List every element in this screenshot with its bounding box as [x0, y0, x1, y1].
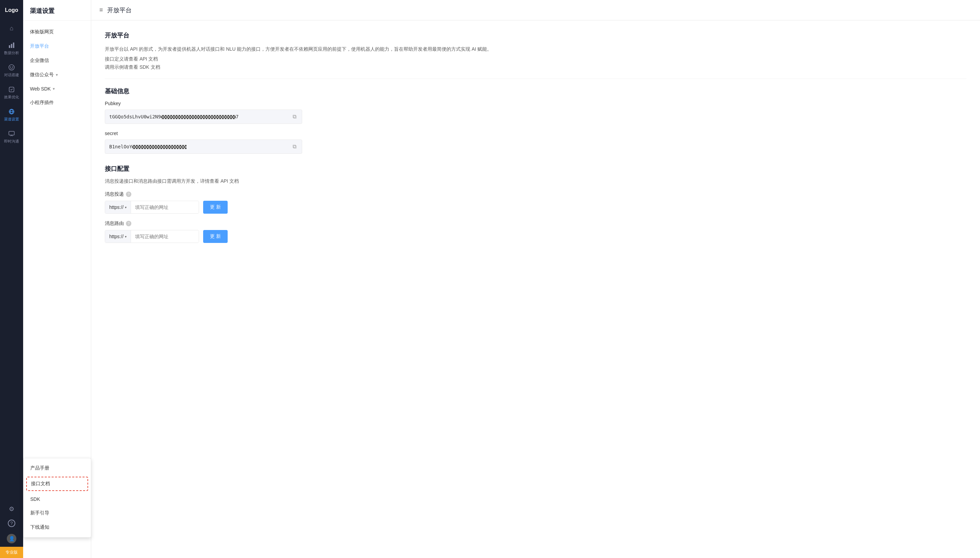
dropdown-item-guide[interactable]: 新手引导 [23, 506, 91, 520]
nav-item-settings[interactable]: ⚙ [0, 502, 23, 516]
svg-rect-1 [11, 44, 12, 48]
nav-label-optimize: 效果优化 [4, 95, 19, 100]
interface-section: 接口配置 消息投递接口和消息路由接口需调用方开发，详情查看 API 文档 消息投… [105, 165, 966, 243]
dropdown-item-api-docs-label: 接口文档 [31, 481, 50, 486]
dropdown-item-guide-label: 新手引导 [30, 510, 49, 515]
pubkey-text: tGGQo5dsLhvU0wi2N9 [109, 114, 161, 120]
message-delivery-input[interactable] [131, 201, 199, 213]
api-doc-link-text: 接口定义请查看 API 文档 [105, 56, 966, 62]
pro-badge[interactable]: 专业版 [0, 547, 23, 558]
sidebar-item-web-sdk-label: Web SDK [30, 86, 51, 92]
dropdown-item-offline-label: 下线通知 [30, 524, 49, 530]
dropdown-item-api-docs[interactable]: 接口文档 [26, 477, 88, 491]
copy-pubkey-button[interactable]: ⧉ [291, 112, 298, 121]
main-area: ≡ 开放平台 开放平台 开放平台以 API 的形式，为开发者提供机器人对话接口和… [91, 0, 980, 558]
analytics-icon [8, 41, 15, 49]
page-title: 开放平台 [107, 6, 132, 14]
user-avatar: 👤 [7, 534, 16, 543]
pubkey-mask [161, 115, 236, 119]
message-delivery-input-group: https:// ▾ [105, 201, 199, 214]
interface-title: 接口配置 [105, 165, 966, 173]
main-header: ≡ 开放平台 [91, 0, 980, 20]
platform-description: 开放平台以 API 的形式，为开发者提供机器人对话接口和 NLU 能力的接口，方… [105, 45, 966, 53]
sidebar-item-wechat-work-label: 企业微信 [30, 57, 49, 64]
dropdown-item-sdk[interactable]: SDK [23, 492, 91, 506]
menu-icon: ≡ [99, 7, 103, 14]
chevron-down-icon: ▾ [56, 72, 58, 77]
url-prefix-text: https:// [109, 205, 123, 210]
chevron-down-icon-sdk: ▾ [53, 87, 55, 91]
message-route-update-button[interactable]: 更 新 [203, 230, 228, 243]
interface-desc: 消息投递接口和消息路由接口需调用方开发，详情查看 API 文档 [105, 178, 966, 184]
sidebar-item-web-sdk[interactable]: Web SDK ▾ [23, 82, 91, 95]
message-delivery-label: 消息投递 ? [105, 191, 966, 197]
sidebar-item-wechat-work[interactable]: 企业微信 [23, 53, 91, 68]
dialog-icon [8, 64, 15, 71]
message-delivery-group: 消息投递 ? https:// ▾ 更 新 [105, 191, 966, 214]
logo-area: Logo [0, 0, 23, 20]
sidebar-item-demo-label: 体验版网页 [30, 29, 54, 35]
svg-point-5 [12, 67, 13, 68]
sidebar: 渠道设置 体验版网页 开放平台 企业微信 微信公众号 ▾ Web SDK ▾ 小… [23, 0, 91, 558]
nav-label-chat: 即时沟通 [4, 139, 19, 144]
nav-item-user[interactable]: 👤 [0, 530, 23, 547]
message-delivery-update-button[interactable]: 更 新 [203, 201, 228, 214]
svg-rect-2 [13, 43, 14, 48]
home-icon: ⌂ [8, 25, 15, 32]
sidebar-item-open-platform[interactable]: 开放平台 [23, 39, 91, 53]
url-prefix-delivery[interactable]: https:// ▾ [105, 201, 131, 213]
icon-nav: Logo ⌂ 数据分析 对话搭建 效果优化 渠道设置 即时沟通 [0, 0, 23, 558]
dropdown-menu: 产品手册 接口文档 SDK 新手引导 下线通知 [23, 458, 91, 538]
nav-item-chat[interactable]: 即时沟通 [0, 126, 23, 148]
url-prefix-route-text: https:// [109, 234, 123, 239]
message-route-group: 消息路由 ? https:// ▾ 更 新 [105, 220, 966, 243]
message-route-label: 消息路由 ? [105, 220, 966, 226]
sidebar-item-miniapp[interactable]: 小程序插件 [23, 95, 91, 110]
pubkey-field-group: Pubkey tGGQo5dsLhvU0wi2N9 7 ⧉ [105, 101, 966, 124]
chat-icon [8, 130, 15, 138]
message-route-input-group: https:// ▾ [105, 230, 199, 243]
dropdown-item-offline[interactable]: 下线通知 [23, 520, 91, 535]
nav-item-help[interactable]: ? [0, 516, 23, 530]
dropdown-item-sdk-label: SDK [30, 496, 40, 502]
sidebar-item-demo[interactable]: 体验版网页 [23, 25, 91, 39]
nav-label-channel: 渠道设置 [4, 117, 19, 122]
sidebar-item-wechat-mp[interactable]: 微信公众号 ▾ [23, 68, 91, 82]
secret-text: B1nelOoY [109, 144, 132, 149]
nav-item-analytics[interactable]: 数据分析 [0, 38, 23, 59]
settings-icon: ⚙ [8, 505, 15, 513]
pubkey-end: 7 [236, 114, 238, 120]
svg-point-4 [10, 67, 11, 68]
secret-value: B1nelOoY [109, 140, 291, 153]
svg-rect-0 [9, 45, 10, 48]
secret-label: secret [105, 131, 966, 136]
message-delivery-row: https:// ▾ 更 新 [105, 201, 966, 214]
nav-item-optimize[interactable]: 效果优化 [0, 82, 23, 104]
secret-mask [132, 145, 187, 149]
svg-rect-9 [9, 131, 14, 135]
sidebar-item-miniapp-label: 小程序插件 [30, 100, 54, 106]
sidebar-item-open-platform-label: 开放平台 [30, 43, 49, 49]
url-prefix-arrow: ▾ [125, 205, 126, 209]
dropdown-item-manual[interactable]: 产品手册 [23, 461, 91, 475]
logo: Logo [5, 7, 18, 13]
sidebar-title: 渠道设置 [23, 0, 91, 21]
url-prefix-route[interactable]: https:// ▾ [105, 230, 131, 243]
message-route-help-icon[interactable]: ? [126, 221, 131, 226]
nav-label-dialog: 对话搭建 [4, 72, 19, 77]
message-route-row: https:// ▾ 更 新 [105, 230, 966, 243]
nav-item-dialog[interactable]: 对话搭建 [0, 59, 23, 82]
nav-label-analytics: 数据分析 [4, 50, 19, 56]
nav-item-channel[interactable]: 渠道设置 [0, 104, 23, 126]
svg-point-3 [9, 65, 14, 70]
pubkey-input-row: tGGQo5dsLhvU0wi2N9 7 ⧉ [105, 110, 302, 124]
message-delivery-help-icon[interactable]: ? [126, 192, 131, 197]
message-route-input[interactable] [131, 230, 199, 243]
nav-item-home[interactable]: ⌂ [0, 20, 23, 38]
help-icon: ? [8, 520, 15, 527]
basic-info-title: 基础信息 [105, 87, 966, 95]
sidebar-item-wechat-mp-label: 微信公众号 [30, 72, 54, 78]
pubkey-value: tGGQo5dsLhvU0wi2N9 7 [109, 110, 291, 123]
mask-block-pubkey [161, 115, 236, 119]
copy-secret-button[interactable]: ⧉ [291, 142, 298, 151]
